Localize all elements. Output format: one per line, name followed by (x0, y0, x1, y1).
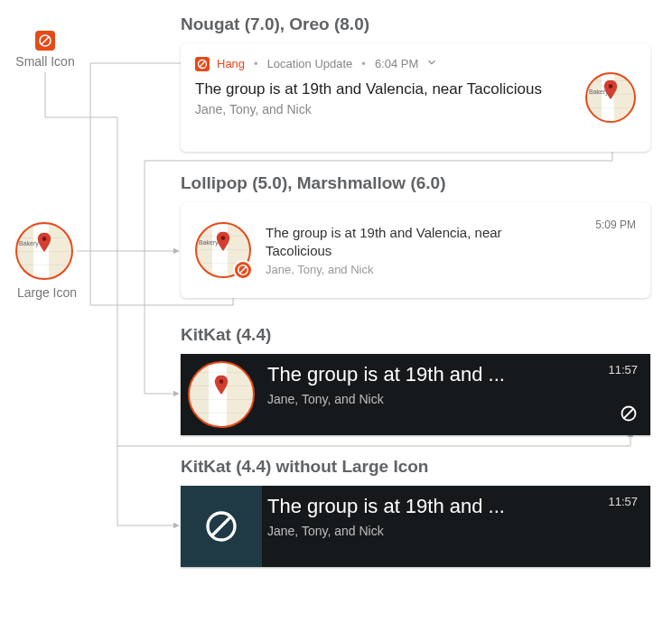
notification-subtitle: Jane, Tony, and Nick (195, 102, 636, 116)
notification-title: The group is at 19th and ... (267, 495, 590, 518)
svg-point-5 (609, 84, 613, 88)
notification-subtitle: Jane, Tony, and Nick (266, 263, 581, 276)
large-icon-wrap: Bakery (195, 222, 251, 278)
map-pin-icon (602, 79, 619, 103)
svg-point-9 (219, 380, 224, 385)
notification-card-lollipop-marshmallow[interactable]: Bakery The group is at 19th and Valencia… (181, 202, 650, 298)
large-icon-map-avatar (188, 361, 255, 428)
small-icon (620, 404, 638, 426)
notification-time: 11:57 (608, 363, 638, 376)
notification-time: 5:09 PM (595, 218, 636, 231)
notification-title: The group is at 19th and Valencia, near … (195, 80, 556, 98)
app-name: Hang (217, 57, 245, 70)
separator-dot (252, 57, 260, 70)
app-small-icon (195, 57, 210, 71)
small-icon-badge (233, 260, 253, 280)
section-heading-kitkat: KitKat (4.4) (181, 325, 271, 345)
svg-line-1 (42, 37, 49, 44)
small-icon-block (181, 486, 262, 567)
large-icon-label: Large Icon (15, 285, 79, 300)
app-circle-slash-icon (38, 33, 52, 48)
svg-line-8 (240, 267, 247, 274)
map-pin-icon (36, 233, 52, 256)
notification-card-nougat-oreo[interactable]: Hang Location Update 6:04 PM The group i… (181, 43, 650, 152)
section-heading-kitkat-no-large: KitKat (4.4) without Large Icon (181, 457, 428, 477)
large-icon-map-avatar: Bakery (585, 72, 636, 123)
section-heading-lollipop-marshmallow: Lollipop (5.0), Marshmallow (6.0) (181, 173, 445, 193)
small-icon-label: Small Icon (15, 54, 75, 69)
app-circle-slash-icon (203, 508, 239, 544)
small-icon-swatch (35, 31, 55, 51)
svg-line-4 (200, 61, 205, 67)
map-pin-icon (213, 376, 229, 399)
notification-card-kitkat[interactable]: The group is at 19th and ... Jane, Tony,… (181, 354, 650, 435)
notification-category: Location Update (267, 57, 353, 70)
large-icon-swatch: Bakery (15, 222, 73, 280)
svg-point-6 (221, 237, 226, 241)
separator-dot (359, 57, 368, 70)
notification-time: 11:57 (595, 486, 650, 567)
map-pin-icon (215, 232, 231, 256)
svg-point-2 (42, 237, 47, 241)
svg-line-11 (624, 409, 633, 418)
svg-line-13 (212, 517, 230, 535)
section-heading-nougat-oreo: Nougat (7.0), Oreo (8.0) (181, 14, 369, 34)
notification-card-kitkat-no-large[interactable]: The group is at 19th and ... Jane, Tony,… (181, 486, 650, 567)
notification-subtitle: Jane, Tony, and Nick (267, 392, 587, 406)
notification-subtitle: Jane, Tony, and Nick (267, 524, 590, 538)
notification-title: The group is at 19th and ... (267, 363, 587, 386)
notification-time: 6:04 PM (375, 57, 418, 70)
notification-title: The group is at 19th and Valencia, near … (266, 224, 555, 259)
chevron-down-icon[interactable] (425, 56, 438, 71)
